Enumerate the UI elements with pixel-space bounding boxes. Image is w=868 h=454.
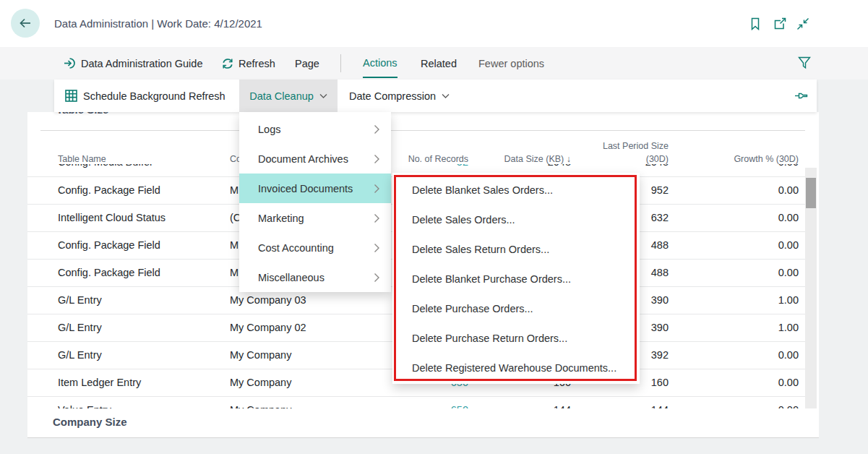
- invoiced-documents-submenu: Delete Blanket Sales Orders...Delete Sal…: [392, 173, 640, 384]
- cell-growth: 0.00: [690, 342, 799, 369]
- menu-item-document-archives[interactable]: Document Archives: [239, 144, 391, 174]
- chevron-right-icon: [374, 243, 380, 253]
- submenu-item-label: Delete Blanket Purchase Orders...: [412, 273, 571, 285]
- cell-table-name: G/L Entry: [58, 314, 102, 341]
- ribbon-divider: [340, 54, 341, 72]
- menu-item-label: Cost Accounting: [258, 242, 374, 254]
- section-divider: [40, 130, 805, 131]
- vertical-scrollbar-thumb[interactable]: [806, 178, 816, 208]
- menu-item-label: Invoiced Documents: [258, 183, 374, 194]
- cell-table-name: Config. Package Field: [58, 177, 160, 204]
- menu-item-label: Logs: [258, 124, 374, 135]
- tab-actions[interactable]: Actions: [363, 48, 398, 78]
- submenu-item-delete-sales-orders[interactable]: Delete Sales Orders...: [392, 205, 640, 234]
- guide-icon: [64, 57, 76, 69]
- cell-company: M: [230, 177, 239, 204]
- schedule-background-refresh-button[interactable]: Schedule Background Refresh: [65, 80, 225, 112]
- submenu-item-delete-registered-warehouse-documents[interactable]: Delete Registered Warehouse Documents...: [392, 353, 640, 382]
- submenu-item-delete-blanket-purchase-orders[interactable]: Delete Blanket Purchase Orders...: [392, 264, 640, 294]
- column-header-table-name[interactable]: Table Name: [58, 154, 106, 164]
- cell-growth: 0.00: [690, 177, 799, 204]
- submenu-item-label: Delete Purchase Orders...: [412, 303, 533, 314]
- cell-company: My Company: [230, 369, 291, 396]
- cell-table-name: Config. Media Buffer: [58, 164, 153, 176]
- date-compression-dropdown-button[interactable]: Date Compression: [349, 80, 450, 112]
- action-bar: Data Administration Guide Refresh Page A…: [0, 47, 868, 80]
- fewer-options-label: Fewer options: [478, 58, 544, 69]
- guide-label: Data Administration Guide: [81, 58, 202, 69]
- submenu-item-label: Delete Sales Return Orders...: [412, 244, 549, 255]
- submenu-item-delete-purchase-return-orders[interactable]: Delete Purchase Return Orders...: [392, 323, 640, 353]
- refresh-label: Refresh: [239, 58, 275, 69]
- company-size-section-heading: Company Size: [53, 416, 127, 428]
- cell-company: M: [230, 260, 239, 286]
- data-cleanup-menu: LogsDocument ArchivesInvoiced DocumentsM…: [239, 112, 391, 292]
- cell-company: My Company 02: [230, 314, 306, 341]
- cell-table-name: Intelligent Cloud Status: [58, 205, 166, 231]
- filter-icon[interactable]: [798, 56, 811, 69]
- cell-table-name: Config. Package Field: [58, 232, 160, 259]
- cell-table-name: Item Ledger Entry: [58, 369, 141, 396]
- chevron-right-icon: [374, 154, 380, 164]
- menu-item-marketing[interactable]: Marketing: [239, 203, 391, 233]
- cell-growth: 1.00: [690, 287, 799, 314]
- menu-item-label: Marketing: [258, 213, 374, 224]
- cell-table-name: Config. Package Field: [58, 260, 160, 286]
- chevron-down-icon: [319, 93, 327, 99]
- refresh-icon: [222, 58, 233, 69]
- data-administration-guide-button[interactable]: Data Administration Guide: [64, 47, 202, 80]
- cell-table-name: G/L Entry: [58, 342, 102, 369]
- submenu-item-delete-blanket-sales-orders[interactable]: Delete Blanket Sales Orders...: [392, 175, 640, 205]
- submenu-item-label: Delete Sales Orders...: [412, 214, 515, 226]
- page-menu[interactable]: Page: [295, 47, 319, 80]
- pin-icon[interactable]: [794, 90, 808, 102]
- date-compression-label: Date Compression: [349, 90, 436, 102]
- submenu-item-label: Delete Blanket Sales Orders...: [412, 184, 553, 196]
- back-button[interactable]: [11, 9, 40, 38]
- cell-table-name: G/L Entry: [58, 287, 102, 314]
- submenu-item-label: Delete Registered Warehouse Documents...: [412, 362, 616, 374]
- menu-item-cost-accounting[interactable]: Cost Accounting: [239, 233, 391, 262]
- collapse-icon[interactable]: [796, 17, 811, 32]
- grid-icon: [65, 90, 77, 102]
- column-header-data-size[interactable]: Data Size (KB) ↓: [463, 154, 571, 164]
- related-label: Related: [421, 58, 457, 69]
- tab-related[interactable]: Related: [421, 47, 457, 80]
- menu-item-label: Document Archives: [258, 153, 374, 165]
- cell-company: My Company: [230, 342, 291, 369]
- chevron-right-icon: [374, 124, 380, 134]
- fewer-options-button[interactable]: Fewer options: [478, 47, 544, 80]
- open-in-new-window-icon[interactable]: [773, 17, 788, 32]
- column-header-last-period-line1[interactable]: Last Period Size: [560, 141, 669, 151]
- menu-item-label: Miscellaneous: [258, 272, 374, 283]
- chevron-right-icon: [374, 273, 380, 283]
- data-cleanup-dropdown-button[interactable]: Data Cleanup: [239, 80, 338, 112]
- menu-item-miscellaneous[interactable]: Miscellaneous: [239, 262, 391, 292]
- page-title: Data Administration | Work Date: 4/12/20…: [54, 0, 262, 47]
- promoted-actions-toolbar: Schedule Background Refresh Data Cleanup…: [54, 80, 817, 112]
- cell-growth: 0.00: [690, 260, 799, 286]
- refresh-button[interactable]: Refresh: [222, 47, 275, 80]
- chevron-right-icon: [374, 213, 380, 223]
- chevron-right-icon: [374, 184, 380, 194]
- chevron-down-icon: [442, 93, 450, 99]
- top-header: Data Administration | Work Date: 4/12/20…: [0, 0, 868, 47]
- submenu-item-label: Delete Purchase Return Orders...: [412, 333, 567, 344]
- cell-growth: 0.00: [690, 232, 799, 259]
- actions-label: Actions: [363, 57, 398, 69]
- column-header-growth[interactable]: Growth % (30D): [690, 154, 799, 164]
- company-size-section: Company Size: [27, 408, 819, 438]
- column-header-last-period-line2[interactable]: (30D): [560, 154, 669, 164]
- submenu-item-delete-purchase-orders[interactable]: Delete Purchase Orders...: [392, 294, 640, 323]
- menu-item-invoiced-documents[interactable]: Invoiced Documents: [239, 174, 391, 203]
- cell-growth: 0.00: [690, 205, 799, 231]
- page-label: Page: [295, 58, 319, 69]
- bookmark-icon[interactable]: [749, 17, 763, 32]
- submenu-item-delete-sales-return-orders[interactable]: Delete Sales Return Orders...: [392, 234, 640, 264]
- cell-growth: 0.00: [690, 164, 799, 176]
- menu-item-logs[interactable]: Logs: [239, 114, 391, 144]
- cell-growth: 1.00: [690, 314, 799, 341]
- cell-growth: 0.00: [690, 369, 799, 396]
- schedule-background-refresh-label: Schedule Background Refresh: [83, 90, 225, 102]
- back-arrow-icon: [18, 16, 33, 30]
